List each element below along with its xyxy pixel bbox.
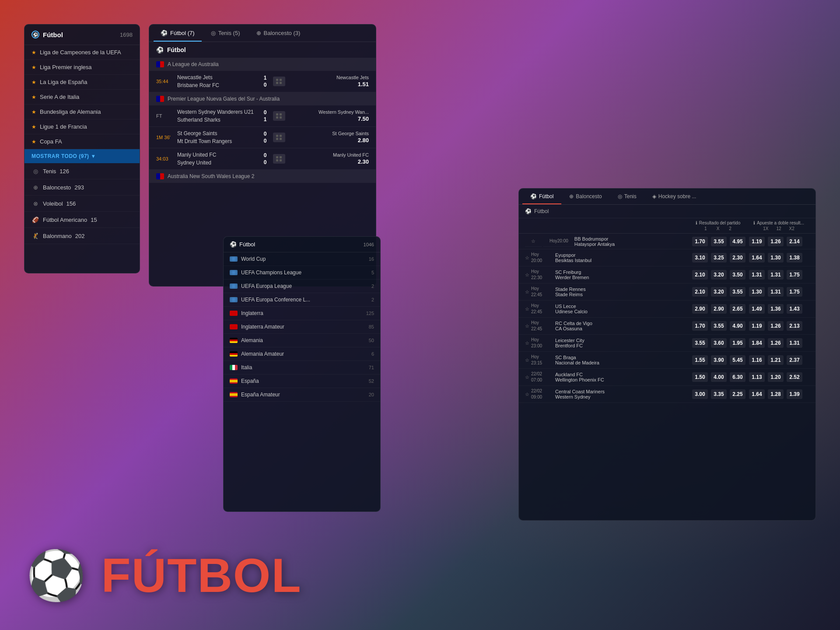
odds-12[interactable]: 1.36 xyxy=(768,304,784,314)
odds-1x[interactable]: 1.31 xyxy=(749,270,765,280)
right-tab-basketball[interactable]: ⊕ Baloncesto xyxy=(561,189,609,204)
favorite-star-icon[interactable]: ☆ xyxy=(525,323,529,329)
odds-2[interactable]: 6.30 xyxy=(730,372,746,382)
sidebar-item-tennis[interactable]: ◎ Tenis 126 xyxy=(24,163,140,179)
odds-2[interactable]: 4.95 xyxy=(730,237,746,246)
league-item-germany-amateur[interactable]: Alemania Amateur 6 xyxy=(224,347,380,361)
odds-2[interactable]: 3.55 xyxy=(730,287,746,297)
odds-1x[interactable]: 1.16 xyxy=(749,355,765,365)
league-item-england-amateur[interactable]: Inglaterra Amateur 85 xyxy=(224,320,380,334)
odds-12[interactable]: 1.21 xyxy=(768,355,784,365)
sidebar-item-laliga[interactable]: ★ La Liga de España xyxy=(24,75,140,90)
odds-12[interactable]: 1.31 xyxy=(768,270,784,280)
odds-2[interactable]: 5.45 xyxy=(730,355,746,365)
league-item-uel[interactable]: UEFA Europa League 2 xyxy=(224,280,380,293)
tab-basketball[interactable]: ⊕ Baloncesto (3) xyxy=(249,24,308,42)
odds-12[interactable]: 1.30 xyxy=(768,253,784,262)
odds-1[interactable]: 2.90 xyxy=(692,304,708,314)
tab-soccer[interactable]: ⚽ Fútbol (7) xyxy=(154,24,202,42)
odds-x[interactable]: 3.35 xyxy=(711,389,727,399)
right-tab-hockey[interactable]: ◈ Hockey sobre ... xyxy=(644,189,704,204)
odds-x[interactable]: 3.20 xyxy=(711,287,727,297)
odds-2[interactable]: 2.30 xyxy=(730,253,746,262)
favorite-star-icon[interactable]: ☆ xyxy=(525,272,529,278)
tab-tennis[interactable]: ◎ Tenis (5) xyxy=(204,24,247,42)
league-item-spain[interactable]: España 52 xyxy=(224,374,380,388)
odds-1x[interactable]: 1.84 xyxy=(749,338,765,348)
sidebar-item-seriea[interactable]: ★ Serie A de Italia xyxy=(24,90,140,105)
odds-x[interactable]: 2.90 xyxy=(711,304,727,314)
sidebar-item-ucl[interactable]: ★ Liga de Campeones de la UEFA xyxy=(24,45,140,60)
sidebar-item-bundesliga[interactable]: ★ Bundesliga de Alemania xyxy=(24,105,140,119)
odds-x[interactable]: 3.90 xyxy=(711,355,727,365)
odds-x[interactable]: 3.25 xyxy=(711,253,727,262)
odds-x[interactable]: 3.20 xyxy=(711,270,727,280)
sidebar-item-volleyball[interactable]: ⊗ Voleibol 156 xyxy=(24,196,140,212)
odds-2[interactable]: 2.25 xyxy=(730,389,746,399)
sidebar-item-epl[interactable]: ★ Liga Premier inglesa xyxy=(24,60,140,75)
odds-12[interactable]: 1.31 xyxy=(768,287,784,297)
league-item-germany[interactable]: Alemania 50 xyxy=(224,334,380,347)
odds-1[interactable]: 1.70 xyxy=(692,237,708,246)
odds-1x[interactable]: 1.30 xyxy=(749,287,765,297)
odds-1[interactable]: 3.10 xyxy=(692,253,708,262)
odds-x[interactable]: 3.55 xyxy=(711,321,727,331)
odds-x2[interactable]: 2.14 xyxy=(787,237,802,246)
odds-2[interactable]: 2.65 xyxy=(730,304,746,314)
favorite-star-icon[interactable]: ☆ xyxy=(525,340,529,346)
odds-x2[interactable]: 2.52 xyxy=(787,372,802,382)
favorite-star-icon[interactable]: ☆ xyxy=(525,289,529,295)
odds-12[interactable]: 1.26 xyxy=(768,338,784,348)
odds-1[interactable]: 1.50 xyxy=(692,372,708,382)
odds-x2[interactable]: 2.13 xyxy=(787,321,802,331)
odds-1[interactable]: 1.70 xyxy=(692,321,708,331)
favorite-star-icon[interactable]: ☆ xyxy=(525,374,529,380)
odds-1x[interactable]: 1.64 xyxy=(749,253,765,262)
favorite-star-icon[interactable]: ☆ xyxy=(525,357,529,363)
odds-x[interactable]: 3.60 xyxy=(711,338,727,348)
odds-x2[interactable]: 1.75 xyxy=(787,270,802,280)
favorite-star-icon[interactable]: ☆ xyxy=(525,392,529,397)
league-item-worldcup[interactable]: World Cup 16 xyxy=(224,252,380,266)
odds-1x[interactable]: 1.49 xyxy=(749,304,765,314)
sidebar-item-copa-fa[interactable]: ★ Copa FA xyxy=(24,134,140,149)
odds-1x[interactable]: 1.19 xyxy=(749,237,765,246)
odds-x[interactable]: 3.55 xyxy=(711,237,727,246)
odds-12[interactable]: 1.20 xyxy=(768,372,784,382)
favorite-star-icon[interactable]: ☆ xyxy=(525,255,529,261)
odds-x[interactable]: 4.00 xyxy=(711,372,727,382)
sidebar-item-american-football[interactable]: 🏈 Fútbol Americano 15 xyxy=(24,212,140,228)
odds-12[interactable]: 1.28 xyxy=(768,389,784,399)
league-item-uecl[interactable]: UEFA Europa Conference L... 2 xyxy=(224,293,380,307)
odds-1[interactable]: 2.10 xyxy=(692,287,708,297)
sidebar-item-basketball[interactable]: ⊕ Baloncesto 293 xyxy=(24,179,140,196)
sidebar-item-handball[interactable]: 🤾 Balonmano 202 xyxy=(24,228,140,244)
league-item-england[interactable]: Inglaterra 125 xyxy=(224,307,380,320)
odds-12[interactable]: 1.26 xyxy=(768,237,784,246)
right-tab-tennis[interactable]: ◎ Tenis xyxy=(610,189,644,204)
odds-x2[interactable]: 1.75 xyxy=(787,287,802,297)
odds-12[interactable]: 1.26 xyxy=(768,321,784,331)
odds-x2[interactable]: 1.39 xyxy=(787,389,802,399)
odds-x2[interactable]: 1.31 xyxy=(787,338,802,348)
show-all-button[interactable]: MOSTRAR TODO (97) ▾ xyxy=(24,149,140,163)
league-item-spain-amateur[interactable]: España Amateur 20 xyxy=(224,388,380,402)
odds-2[interactable]: 4.90 xyxy=(730,321,746,331)
league-item-ucl[interactable]: UEFA Champions League 5 xyxy=(224,266,380,280)
odds-1x[interactable]: 1.64 xyxy=(749,389,765,399)
right-tab-soccer[interactable]: ⚽ Fútbol xyxy=(522,189,561,204)
odds-x2[interactable]: 1.38 xyxy=(787,253,802,262)
odds-1[interactable]: 3.55 xyxy=(692,338,708,348)
odds-1x[interactable]: 1.13 xyxy=(749,372,765,382)
odds-1[interactable]: 2.10 xyxy=(692,270,708,280)
odds-1[interactable]: 1.55 xyxy=(692,355,708,365)
favorite-star-icon[interactable]: ☆ xyxy=(525,306,529,312)
sidebar-item-ligue1[interactable]: ★ Ligue 1 de Francia xyxy=(24,119,140,134)
odds-1[interactable]: 3.00 xyxy=(692,389,708,399)
odds-x2[interactable]: 2.37 xyxy=(787,355,802,365)
odds-x2[interactable]: 1.43 xyxy=(787,304,802,314)
favorite-star-icon[interactable]: ☆ xyxy=(525,236,542,247)
odds-2[interactable]: 3.50 xyxy=(730,270,746,280)
odds-2[interactable]: 1.95 xyxy=(730,338,746,348)
odds-1x[interactable]: 1.19 xyxy=(749,321,765,331)
